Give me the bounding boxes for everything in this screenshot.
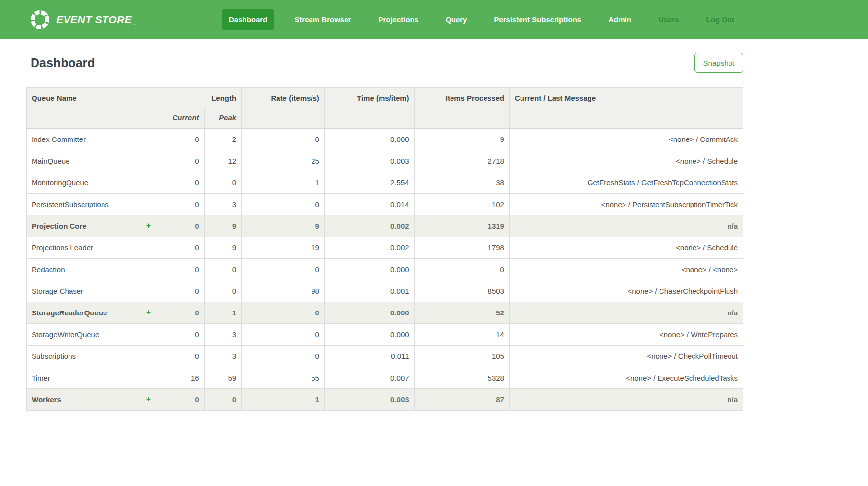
queue-table-body: Index Committer 0 2 0 0.000 9 <none> / C…: [27, 128, 743, 410]
message-value: <none> / <none>: [509, 258, 743, 280]
nav-item-dashboard[interactable]: Dashboard: [222, 9, 274, 30]
expand-plus-icon[interactable]: +: [146, 395, 151, 404]
nav-item-admin[interactable]: Admin: [601, 9, 638, 30]
table-row: Storage Chaser 0 0 98 0.001 8503 <none> …: [27, 280, 743, 302]
queue-name-label: PersistentSubscriptions: [32, 200, 109, 208]
col-header-message: Current / Last Message: [509, 88, 743, 129]
col-header-queue-name: Queue Name: [27, 88, 156, 129]
nav-item-log-out[interactable]: Log Out: [699, 9, 741, 30]
peak-value: 3: [204, 345, 242, 367]
peak-value: 2: [204, 128, 242, 150]
col-header-items-processed: Items Processed: [414, 88, 509, 129]
message-value: <none> / CommitAck: [509, 128, 743, 150]
time-value: 0.014: [324, 193, 414, 215]
peak-value: 12: [204, 150, 242, 172]
event-store-logo[interactable]: EVENT STORE .: [30, 9, 135, 30]
items-processed-value: 52: [414, 302, 509, 323]
rate-value: 0: [242, 345, 325, 367]
table-row: MonitoringQueue 0 0 1 2.554 38 GetFreshS…: [27, 172, 743, 193]
items-processed-value: 102: [414, 193, 509, 215]
peak-value: 9: [204, 237, 242, 258]
items-processed-value: 9: [414, 128, 509, 150]
queue-name-label: Projections Leader: [32, 243, 93, 252]
event-store-ring-icon: [30, 9, 50, 30]
items-processed-value: 14: [414, 323, 509, 345]
message-value: <none> / CheckPollTimeout: [509, 345, 743, 367]
current-value: 0: [156, 215, 204, 237]
current-value: 16: [156, 367, 204, 388]
col-header-time: Time (ms/item): [324, 88, 414, 129]
message-value: n/a: [509, 302, 743, 323]
queue-name-label: Timer: [32, 374, 50, 382]
queue-name-label: MonitoringQueue: [32, 178, 88, 187]
current-value: 0: [156, 193, 204, 215]
nav-item-persistent-subscriptions[interactable]: Persistent Subscriptions: [487, 9, 588, 30]
peak-value: 0: [204, 388, 242, 410]
rate-value: 9: [242, 215, 325, 237]
items-processed-value: 8503: [414, 280, 509, 302]
col-header-current: Current: [156, 108, 204, 129]
current-value: 0: [156, 280, 204, 302]
peak-value: 0: [204, 280, 242, 302]
table-row: Subscriptions 0 3 0 0.011 105 <none> / C…: [27, 345, 743, 367]
rate-value: 55: [242, 367, 325, 388]
expand-plus-icon[interactable]: +: [146, 221, 151, 230]
current-value: 0: [156, 150, 204, 172]
peak-value: 1: [204, 302, 242, 323]
queue-name-label: Redaction: [32, 265, 65, 274]
items-processed-value: 1798: [414, 237, 509, 258]
items-processed-value: 105: [414, 345, 509, 367]
current-value: 0: [156, 323, 204, 345]
rate-value: 0: [242, 258, 325, 280]
queue-name-label: StorageWriterQueue: [32, 330, 99, 339]
message-value: <none> / ChaserCheckpointFlush: [509, 280, 743, 302]
time-value: 0.007: [324, 367, 414, 388]
snapshot-button[interactable]: Snapshot: [694, 53, 743, 73]
message-value: n/a: [509, 388, 743, 410]
peak-value: 3: [204, 193, 242, 215]
message-value: n/a: [509, 215, 743, 237]
message-value: <none> / ExecuteScheduledTasks: [509, 367, 743, 388]
time-value: 0.000: [324, 323, 414, 345]
table-row: StorageWriterQueue 0 3 0 0.000 14 <none>…: [27, 323, 743, 345]
queue-name-label: Storage Chaser: [32, 287, 83, 295]
nav-item-projections[interactable]: Projections: [371, 9, 425, 30]
queue-name-label: Projection Core: [32, 222, 87, 230]
rate-value: 25: [242, 150, 325, 172]
table-row: Index Committer 0 2 0 0.000 9 <none> / C…: [27, 128, 743, 150]
rate-value: 0: [242, 193, 325, 215]
items-processed-value: 87: [414, 388, 509, 410]
nav-item-stream-browser[interactable]: Stream Browser: [287, 9, 358, 30]
peak-value: 3: [204, 323, 242, 345]
current-value: 0: [156, 388, 204, 410]
table-row: Workers + 0 0 1 0.003 87 n/a: [27, 388, 743, 410]
items-processed-value: 1319: [414, 215, 509, 237]
col-header-rate: Rate (items/s): [242, 88, 325, 129]
table-row: StorageReaderQueue + 0 1 0 0.000 52 n/a: [27, 302, 743, 323]
current-value: 0: [156, 128, 204, 150]
nav-item-query[interactable]: Query: [439, 9, 474, 30]
col-header-peak: Peak: [204, 108, 242, 129]
queue-name-label: Subscriptions: [32, 352, 76, 360]
table-row: Timer 16 59 55 0.007 5328 <none> / Execu…: [27, 367, 743, 388]
main-content: Dashboard Snapshot Queue Name Length Rat…: [26, 52, 743, 411]
peak-value: 0: [204, 172, 242, 193]
time-value: 0.011: [324, 345, 414, 367]
table-row: Projections Leader 0 9 19 0.002 1798 <no…: [27, 237, 743, 258]
message-value: <none> / PersistentSubscriptionTimerTick: [509, 193, 743, 215]
message-value: GetFreshStats / GetFreshTcpConnectionSta…: [509, 172, 743, 193]
logo-trademark-dot: .: [134, 20, 135, 26]
peak-value: 9: [204, 215, 242, 237]
logo-text: EVENT STORE: [56, 14, 132, 26]
page-title: Dashboard: [26, 56, 95, 70]
message-value: <none> / Schedule: [509, 150, 743, 172]
time-value: 0.000: [324, 302, 414, 323]
current-value: 0: [156, 258, 204, 280]
nav-item-users[interactable]: Users: [652, 9, 686, 30]
table-row: PersistentSubscriptions 0 3 0 0.014 102 …: [27, 193, 743, 215]
table-row: Projection Core + 0 9 9 0.002 1319 n/a: [27, 215, 743, 237]
rate-value: 0: [242, 323, 325, 345]
time-value: 0.000: [324, 258, 414, 280]
current-value: 0: [156, 237, 204, 258]
expand-plus-icon[interactable]: +: [146, 308, 151, 317]
